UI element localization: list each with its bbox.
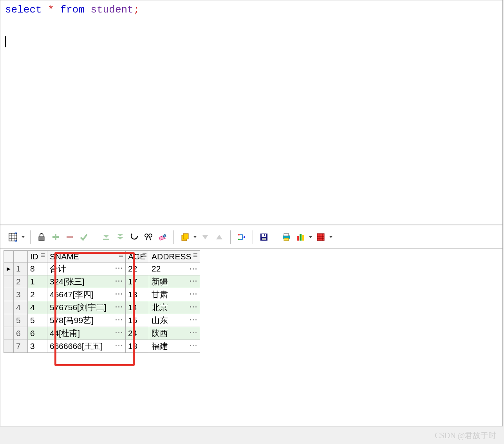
cell-editor-icon[interactable]: ⋯: [189, 289, 197, 298]
cell-age[interactable]: 14: [126, 301, 149, 314]
cell-age[interactable]: 24: [126, 327, 149, 340]
export-button[interactable]: [314, 231, 327, 243]
column-menu-icon[interactable]: [117, 252, 125, 259]
copy-dropdown[interactable]: [193, 235, 197, 239]
cell-sname[interactable]: 44[杜甫]⋯: [47, 327, 126, 340]
cell-sname[interactable]: 576756[刘宇二]⋯: [47, 301, 126, 314]
cell-age[interactable]: 13: [126, 288, 149, 301]
lock-icon[interactable]: [35, 231, 48, 243]
cell-address[interactable]: 新疆⋯: [149, 275, 200, 288]
col-header-address[interactable]: ADDRESS: [149, 251, 200, 262]
sort-desc-icon[interactable]: [199, 231, 211, 243]
cell-editor-icon[interactable]: ⋯: [189, 264, 197, 273]
col-rownum[interactable]: [14, 251, 28, 262]
table-row[interactable]: 55578[马99艺]⋯15山东⋯: [4, 314, 200, 327]
cell-editor-icon[interactable]: ⋯: [115, 289, 123, 298]
table-row[interactable]: 44576756[刘宇二]⋯14北京⋯: [4, 301, 200, 314]
cell-address[interactable]: 陕西⋯: [149, 327, 200, 340]
cell-editor-icon[interactable]: ⋯: [189, 328, 197, 337]
sql-table: student: [90, 4, 133, 16]
col-header-sname[interactable]: SNAME: [47, 251, 126, 262]
row-indicator[interactable]: [4, 314, 14, 327]
column-menu-icon[interactable]: [39, 252, 46, 259]
row-indicator[interactable]: [4, 301, 14, 314]
refresh-button[interactable]: [128, 231, 141, 243]
cell-editor-icon[interactable]: ⋯: [189, 341, 197, 350]
cell-editor-icon[interactable]: ⋯: [115, 315, 123, 324]
cell-age[interactable]: 15: [126, 314, 149, 327]
column-menu-icon[interactable]: [141, 252, 148, 259]
svg-point-13: [238, 234, 240, 235]
row-indicator[interactable]: [4, 340, 14, 353]
cell-id[interactable]: 5: [28, 314, 47, 327]
row-number: 2: [14, 275, 28, 288]
row-number: 4: [14, 301, 28, 314]
commit-button[interactable]: [78, 231, 90, 243]
svg-rect-10: [163, 234, 166, 237]
cell-age[interactable]: 17: [126, 275, 149, 288]
cell-editor-icon[interactable]: ⋯: [115, 328, 123, 337]
cell-id[interactable]: 3: [28, 340, 47, 353]
svg-rect-21: [284, 234, 289, 236]
col-header-age[interactable]: AGE: [126, 251, 149, 262]
result-grid-container: ID SNAME AGE ADDRESS 18合计⋯2222⋯21324[张三]…: [0, 249, 502, 354]
save-button[interactable]: [258, 231, 270, 243]
col-header-id[interactable]: ID: [28, 251, 47, 262]
cell-id[interactable]: 6: [28, 327, 47, 340]
toolbar-separator: [95, 230, 95, 244]
add-row-button[interactable]: [49, 231, 62, 243]
table-row[interactable]: 3245647[李四]⋯13甘肃⋯: [4, 288, 200, 301]
table-row[interactable]: 6644[杜甫]⋯24陕西⋯: [4, 327, 200, 340]
cell-editor-icon[interactable]: ⋯: [115, 263, 123, 273]
cell-address[interactable]: 22⋯: [149, 262, 200, 275]
cell-id[interactable]: 2: [28, 288, 47, 301]
cell-id[interactable]: 4: [28, 301, 47, 314]
table-row[interactable]: 736666666[王五]⋯18福建⋯: [4, 340, 200, 353]
row-indicator[interactable]: [4, 275, 14, 288]
grid-view-dropdown[interactable]: [21, 235, 25, 239]
column-menu-icon[interactable]: [192, 252, 199, 259]
cell-editor-icon[interactable]: ⋯: [189, 315, 197, 324]
cell-address[interactable]: 甘肃⋯: [149, 288, 200, 301]
cell-sname[interactable]: 324[张三]⋯: [47, 275, 126, 288]
cell-editor-icon[interactable]: ⋯: [189, 276, 197, 286]
col-indicator[interactable]: [4, 251, 14, 262]
current-row-icon: [6, 264, 11, 273]
fetch-all-button[interactable]: [114, 231, 126, 243]
fetch-page-button[interactable]: [100, 231, 112, 243]
cell-editor-icon[interactable]: ⋯: [115, 341, 123, 350]
cell-sname[interactable]: 合计⋯: [47, 262, 126, 275]
table-row[interactable]: 21324[张三]⋯17新疆⋯: [4, 275, 200, 288]
sql-editor[interactable]: select * from student;: [0, 0, 502, 225]
row-indicator[interactable]: [4, 288, 14, 301]
sort-asc-icon[interactable]: [213, 231, 226, 243]
chart-button[interactable]: [294, 231, 307, 243]
cell-age[interactable]: 18: [126, 340, 149, 353]
cell-id[interactable]: 8: [28, 262, 47, 275]
cell-sname[interactable]: 6666666[王五]⋯: [47, 340, 126, 353]
sql-semicolon: ;: [134, 4, 140, 16]
cell-sname[interactable]: 578[马99艺]⋯: [47, 314, 126, 327]
chart-dropdown[interactable]: [308, 235, 313, 239]
remove-row-button[interactable]: [63, 231, 76, 243]
result-grid[interactable]: ID SNAME AGE ADDRESS 18合计⋯2222⋯21324[张三]…: [4, 250, 200, 353]
grid-view-button[interactable]: [7, 231, 19, 243]
cell-id[interactable]: 1: [28, 275, 47, 288]
cell-age[interactable]: 22: [126, 262, 149, 275]
cell-sname[interactable]: 45647[李四]⋯: [47, 288, 126, 301]
row-indicator[interactable]: [4, 327, 14, 340]
find-button[interactable]: [142, 231, 155, 243]
export-dropdown[interactable]: [329, 235, 333, 239]
link-button[interactable]: [235, 231, 248, 243]
cell-address[interactable]: 山东⋯: [149, 314, 200, 327]
table-row[interactable]: 18合计⋯2222⋯: [4, 262, 200, 275]
print-button[interactable]: [280, 231, 293, 243]
erase-button[interactable]: [156, 231, 169, 243]
cell-editor-icon[interactable]: ⋯: [189, 302, 197, 311]
cell-editor-icon[interactable]: ⋯: [115, 276, 123, 286]
copy-button[interactable]: [179, 231, 191, 243]
cell-editor-icon[interactable]: ⋯: [115, 302, 123, 311]
cell-address[interactable]: 福建⋯: [149, 340, 200, 353]
cell-address[interactable]: 北京⋯: [149, 301, 200, 314]
row-indicator[interactable]: [4, 262, 14, 275]
